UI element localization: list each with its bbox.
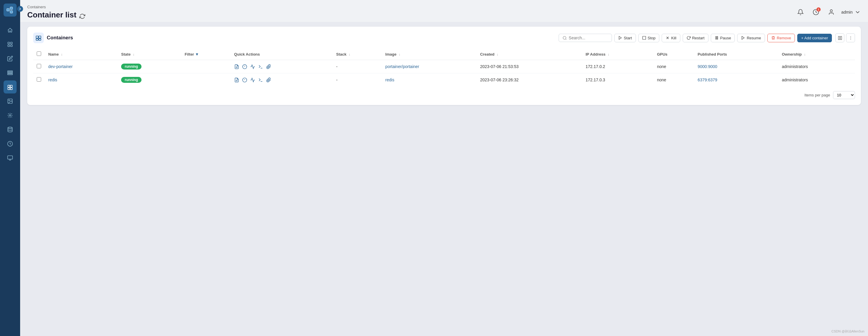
remove-button[interactable]: Remove	[767, 34, 795, 42]
logs-icon[interactable]	[234, 64, 239, 69]
svg-line-29	[566, 39, 567, 40]
container-name-cell: redis	[45, 73, 118, 87]
logs-icon[interactable]	[234, 77, 239, 82]
sidebar-item-host[interactable]	[4, 152, 17, 164]
container-actions-cell	[230, 60, 333, 73]
restart-icon	[686, 36, 691, 40]
col-image[interactable]: Image ↕	[382, 48, 477, 60]
sidebar-item-home[interactable]	[4, 24, 17, 37]
sidebar-item-images[interactable]	[4, 95, 17, 108]
console-icon[interactable]	[258, 64, 263, 69]
timer-button[interactable]: 1	[811, 7, 821, 18]
more-options-button[interactable]	[846, 33, 855, 42]
add-container-button[interactable]: + Add container	[797, 34, 832, 42]
resume-button[interactable]: Resume	[737, 34, 765, 42]
container-ownership-cell: administrators	[778, 60, 855, 73]
search-input[interactable]	[569, 35, 607, 40]
row-checkbox[interactable]	[37, 77, 41, 81]
stop-button[interactable]: Stop	[638, 34, 659, 42]
sidebar-item-volumes[interactable]	[4, 123, 17, 136]
table-row: redis running	[33, 73, 855, 87]
container-port-link[interactable]: 6379:6379	[698, 77, 717, 82]
col-name[interactable]: Name ↕	[45, 48, 118, 60]
items-per-page-select[interactable]: 10 25 50 100	[833, 91, 855, 99]
header-right: 1 admin	[795, 7, 861, 18]
col-quick-actions: Quick Actions	[230, 48, 333, 60]
svg-rect-13	[10, 85, 12, 87]
attach-icon[interactable]	[266, 77, 271, 82]
refresh-icon[interactable]	[79, 12, 85, 18]
sidebar-item-stacks[interactable]	[4, 66, 17, 79]
top-header: Containers Container list	[20, 0, 868, 22]
svg-rect-37	[838, 36, 839, 39]
sidebar-expand-button[interactable]	[17, 6, 23, 12]
container-stack-cell: -	[333, 73, 382, 87]
sidebar	[0, 0, 20, 336]
container-image-link[interactable]: portainer/portainer	[385, 64, 419, 69]
col-ownership[interactable]: Ownership ↕	[778, 48, 855, 60]
row-checkbox-cell	[33, 73, 45, 87]
attach-icon[interactable]	[266, 64, 271, 69]
svg-rect-10	[8, 72, 13, 73]
container-image-link[interactable]: redis	[385, 77, 394, 82]
svg-rect-1	[10, 7, 13, 10]
table-header: Name ↕ State ↕ Filter ▼ Quick Actions St…	[33, 48, 855, 60]
svg-rect-25	[39, 36, 41, 38]
sidebar-item-containers[interactable]	[4, 80, 17, 94]
main-content: Containers Container list	[20, 0, 868, 336]
inspect-icon[interactable]	[242, 64, 247, 69]
inspect-icon[interactable]	[242, 77, 247, 82]
state-badge: running	[121, 77, 142, 83]
containers-panel: Containers Start Stop	[27, 27, 861, 105]
col-stack[interactable]: Stack ↕	[333, 48, 382, 60]
container-port-link[interactable]: 9000:9000	[698, 64, 717, 69]
sidebar-logo	[4, 4, 17, 16]
select-all-checkbox[interactable]	[37, 52, 41, 56]
panel-header: Containers Start Stop	[33, 33, 855, 43]
container-actions-cell	[230, 73, 333, 87]
sidebar-item-networks[interactable]	[4, 109, 17, 122]
watermark: CSDN @孙治AllenSun	[832, 329, 864, 334]
header-left: Containers Container list	[27, 5, 85, 20]
restart-button[interactable]: Restart	[683, 34, 708, 42]
col-ip[interactable]: IP Address ↕	[582, 48, 653, 60]
row-checkbox[interactable]	[37, 64, 41, 68]
items-per-page-label: Items per page	[804, 93, 830, 97]
columns-toggle-button[interactable]	[835, 33, 844, 42]
pause-button[interactable]: Pause	[711, 34, 735, 42]
search-box[interactable]	[559, 34, 612, 42]
items-per-page-select-wrap: 10 25 50 100	[833, 91, 855, 99]
console-icon[interactable]	[258, 77, 263, 82]
breadcrumb: Containers	[27, 5, 85, 9]
start-icon	[618, 36, 622, 40]
container-name-link[interactable]: redis	[48, 77, 57, 82]
stats-icon[interactable]	[250, 64, 255, 69]
svg-rect-15	[10, 88, 12, 90]
notifications-button[interactable]	[795, 7, 806, 18]
table-row: dev-portainer running	[33, 60, 855, 73]
select-all-header	[33, 48, 45, 60]
sidebar-item-events[interactable]	[4, 137, 17, 150]
container-ip-cell: 172.17.0.3	[582, 73, 653, 87]
col-filter[interactable]: Filter ▼	[181, 48, 230, 60]
user-menu[interactable]: admin	[841, 9, 861, 15]
container-gpus-cell: none	[653, 73, 694, 87]
page-title: Container list	[27, 10, 85, 20]
quick-actions	[234, 77, 329, 82]
svg-rect-35	[717, 36, 718, 39]
stats-icon[interactable]	[250, 77, 255, 82]
svg-marker-36	[742, 36, 744, 40]
svg-point-40	[850, 38, 851, 38]
kill-button[interactable]: Kill	[662, 34, 680, 42]
container-name-link[interactable]: dev-portainer	[48, 64, 73, 69]
sidebar-item-app-templates[interactable]	[4, 52, 17, 65]
svg-rect-5	[8, 42, 10, 44]
user-icon-button[interactable]	[826, 7, 837, 18]
col-created[interactable]: Created ↕	[477, 48, 582, 60]
start-button[interactable]: Start	[614, 34, 636, 42]
search-icon	[562, 36, 567, 40]
col-state[interactable]: State ↕	[118, 48, 181, 60]
svg-rect-9	[8, 71, 13, 72]
sidebar-nav	[0, 24, 20, 164]
sidebar-item-dashboard[interactable]	[4, 38, 17, 51]
